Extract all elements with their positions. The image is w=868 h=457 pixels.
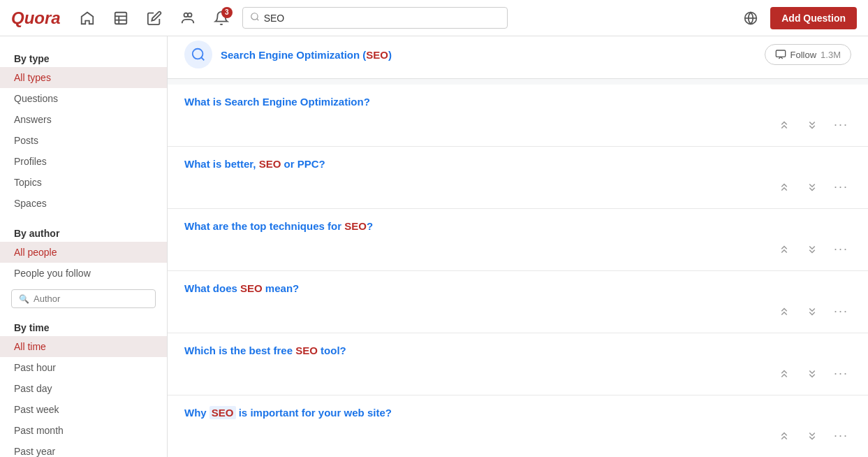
svg-line-11 [201, 57, 204, 60]
downvote-button[interactable] [775, 365, 793, 383]
topic-card: Search Engine Optimization (SEO) Follow … [168, 31, 868, 79]
by-time-section-title: By time [0, 317, 167, 336]
more-options-button[interactable]: ··· [831, 115, 851, 135]
question-row: What is better, SEO or PPC? ··· [168, 147, 868, 209]
upvote-button[interactable] [803, 365, 821, 383]
question-actions: ··· [184, 239, 851, 259]
upvote-button[interactable] [803, 178, 821, 196]
sidebar-item-topics[interactable]: Topics [0, 172, 167, 193]
author-search-input[interactable] [34, 293, 151, 304]
upvote-button[interactable] [803, 303, 821, 321]
by-author-section-title: By author [0, 222, 167, 242]
question-title[interactable]: What are the top techniques for SEO? [184, 220, 851, 232]
search-input[interactable] [264, 13, 500, 24]
sidebar-item-answers[interactable]: Answers [0, 109, 167, 130]
question-actions: ··· [184, 426, 851, 446]
main-content: Results for SEO Search Engine Optimizati… [168, 0, 868, 457]
follow-button[interactable]: Follow 1.3M [765, 44, 851, 65]
question-actions: ··· [184, 177, 851, 197]
answers-nav-icon[interactable] [108, 6, 133, 31]
topic-keyword: SEO [366, 49, 388, 61]
svg-point-10 [193, 49, 203, 59]
language-icon[interactable] [738, 6, 763, 31]
sidebar-item-profiles[interactable]: Profiles [0, 151, 167, 172]
spaces-nav-icon[interactable] [175, 6, 200, 31]
svg-point-5 [188, 13, 192, 17]
sidebar-item-past-month[interactable]: Past month [0, 420, 167, 441]
write-nav-icon[interactable] [142, 6, 167, 31]
downvote-button[interactable] [775, 303, 793, 321]
author-search-icon: 🔍 [19, 294, 29, 304]
question-row: What does SEO mean? ··· [168, 271, 868, 333]
upvote-button[interactable] [803, 116, 821, 134]
notification-nav-icon[interactable]: 3 [209, 6, 234, 31]
sidebar-item-all-people[interactable]: All people [0, 242, 167, 263]
more-options-button[interactable]: ··· [831, 426, 851, 446]
downvote-button[interactable] [775, 178, 793, 196]
sidebar-item-posts[interactable]: Posts [0, 130, 167, 151]
question-actions: ··· [184, 301, 851, 321]
question-title[interactable]: What does SEO mean? [184, 282, 851, 294]
notification-badge: 3 [221, 7, 233, 18]
sidebar-item-questions[interactable]: Questions [0, 88, 167, 109]
search-bar [242, 7, 508, 29]
downvote-button[interactable] [775, 427, 793, 445]
add-question-button[interactable]: Add Question [770, 7, 857, 29]
more-options-button[interactable]: ··· [831, 239, 851, 259]
more-options-button[interactable]: ··· [831, 301, 851, 321]
question-row: Which is the best free SEO tool? ··· [168, 333, 868, 396]
svg-point-6 [251, 13, 257, 20]
downvote-button[interactable] [775, 240, 793, 259]
quora-logo[interactable]: Quora [11, 8, 61, 28]
follow-count: 1.3M [821, 50, 841, 60]
sidebar: By type All types Questions Answers Post… [0, 36, 168, 457]
question-actions: ··· [184, 363, 851, 384]
author-search-wrapper: 🔍 [11, 289, 156, 308]
upvote-button[interactable] [803, 427, 821, 445]
svg-rect-12 [776, 50, 785, 57]
sidebar-item-past-year[interactable]: Past year [0, 441, 167, 457]
sidebar-item-past-hour[interactable]: Past hour [0, 357, 167, 378]
sidebar-item-people-you-follow[interactable]: People you follow [0, 263, 167, 284]
sidebar-item-all-time[interactable]: All time [0, 336, 167, 357]
question-row: What is Search Engine Optimization? ··· [168, 85, 868, 147]
topic-name[interactable]: Search Engine Optimization (SEO) [221, 49, 392, 61]
sidebar-item-past-week[interactable]: Past week [0, 399, 167, 420]
question-title[interactable]: Why SEO is important for your web site? [184, 407, 851, 419]
header: Quora 3 Add Question [0, 0, 868, 36]
by-type-section-title: By type [0, 48, 167, 67]
more-options-button[interactable]: ··· [831, 177, 851, 197]
search-icon [250, 12, 260, 24]
more-options-button[interactable]: ··· [831, 363, 851, 384]
question-title[interactable]: What is better, SEO or PPC? [184, 158, 851, 170]
question-row: Why SEO is important for your web site? … [168, 396, 868, 457]
sidebar-item-past-day[interactable]: Past day [0, 378, 167, 399]
sidebar-item-spaces[interactable]: Spaces [0, 193, 167, 214]
question-actions: ··· [184, 115, 851, 135]
sidebar-item-all-types[interactable]: All types [0, 67, 167, 88]
downvote-button[interactable] [775, 116, 793, 134]
upvote-button[interactable] [803, 240, 821, 259]
svg-line-7 [256, 19, 258, 21]
header-right: Add Question [738, 6, 857, 31]
question-row: What are the top techniques for SEO? ··· [168, 209, 868, 271]
svg-rect-0 [115, 12, 126, 24]
question-title[interactable]: What is Search Engine Optimization? [184, 96, 851, 108]
topic-icon [184, 41, 212, 68]
follow-label: Follow [790, 50, 817, 60]
home-nav-icon[interactable] [75, 6, 100, 31]
topic-card-left: Search Engine Optimization (SEO) [184, 41, 392, 68]
question-title[interactable]: Which is the best free SEO tool? [184, 344, 851, 356]
